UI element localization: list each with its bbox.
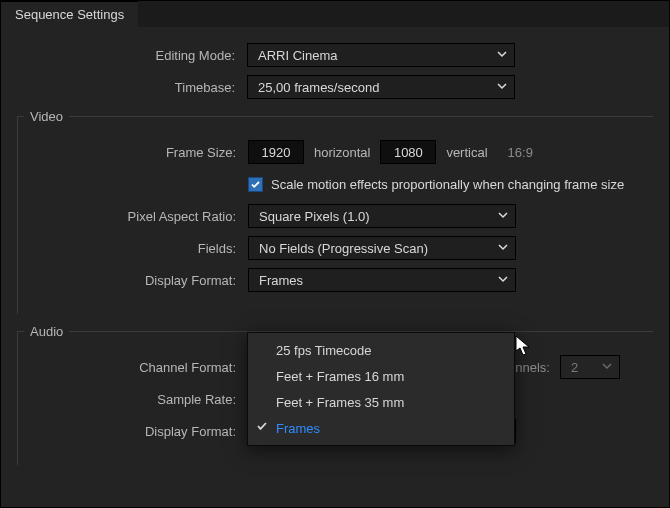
vertical-label: vertical (436, 145, 497, 160)
menu-item-frames[interactable]: Frames (248, 415, 514, 441)
scale-motion-label: Scale motion effects proportionally when… (271, 177, 624, 192)
editing-mode-value: ARRI Cinema (258, 48, 337, 63)
frame-height-input[interactable]: 1080 (380, 140, 436, 164)
channels-value: 2 (571, 360, 578, 375)
tab-strip: Sequence Settings (1, 1, 669, 27)
fields-dropdown[interactable]: No Fields (Progressive Scan) (248, 236, 516, 260)
video-group: Video Frame Size: 1920 horizontal 1080 v… (17, 109, 653, 314)
video-legend: Video (24, 109, 69, 124)
chevron-down-icon (496, 48, 508, 63)
menu-item-feet-frames-35mm[interactable]: Feet + Frames 35 mm (248, 389, 514, 415)
chevron-down-icon (497, 273, 509, 288)
chevron-down-icon (497, 209, 509, 224)
audio-display-format-label: Display Format: (18, 424, 248, 439)
video-display-format-label: Display Format: (18, 273, 248, 288)
channels-dropdown: 2 (560, 355, 620, 379)
pixel-aspect-value: Square Pixels (1.0) (259, 209, 370, 224)
pixel-aspect-label: Pixel Aspect Ratio: (18, 209, 248, 224)
video-display-format-value: Frames (259, 273, 303, 288)
horizontal-label: horizontal (304, 145, 380, 160)
menu-item-25fps-timecode[interactable]: 25 fps Timecode (248, 337, 514, 363)
sequence-settings-dialog: Sequence Settings Editing Mode: ARRI Cin… (0, 0, 670, 508)
timebase-value: 25,00 frames/second (258, 80, 379, 95)
chevron-down-icon (496, 80, 508, 95)
tab-sequence-settings[interactable]: Sequence Settings (1, 1, 138, 27)
aspect-ratio-display: 16:9 (498, 145, 543, 160)
scale-motion-checkbox[interactable]: Scale motion effects proportionally when… (248, 177, 624, 192)
video-display-format-dropdown[interactable]: Frames (248, 268, 516, 292)
editing-mode-label: Editing Mode: (17, 48, 247, 63)
frame-size-label: Frame Size: (18, 145, 248, 160)
checkbox-checked-icon (248, 177, 263, 192)
chevron-down-icon (601, 360, 613, 375)
pixel-aspect-dropdown[interactable]: Square Pixels (1.0) (248, 204, 516, 228)
timebase-dropdown[interactable]: 25,00 frames/second (247, 75, 515, 99)
menu-item-feet-frames-16mm[interactable]: Feet + Frames 16 mm (248, 363, 514, 389)
fields-value: No Fields (Progressive Scan) (259, 241, 428, 256)
sample-rate-label: Sample Rate: (18, 392, 248, 407)
chevron-down-icon (497, 241, 509, 256)
audio-legend: Audio (24, 324, 69, 339)
editing-mode-dropdown[interactable]: ARRI Cinema (247, 43, 515, 67)
checkmark-icon (256, 420, 268, 435)
channel-format-label: Channel Format: (18, 360, 248, 375)
frame-width-input[interactable]: 1920 (248, 140, 304, 164)
display-format-menu: 25 fps Timecode Feet + Frames 16 mm Feet… (247, 332, 515, 446)
fields-label: Fields: (18, 241, 248, 256)
timebase-label: Timebase: (17, 80, 247, 95)
